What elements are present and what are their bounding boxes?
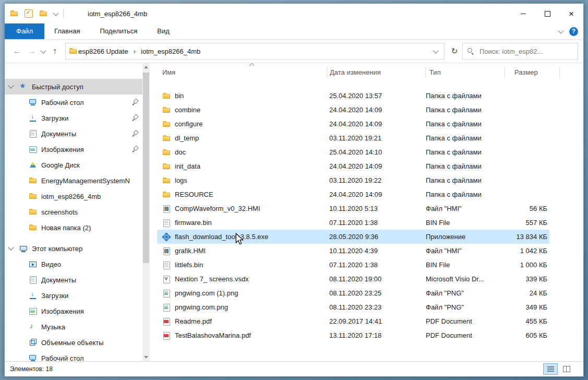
ribbon-right-controls	[559, 23, 583, 39]
file-row[interactable]: CompWaveform_v0_32.HMI 10.11.2020 5:13 Ф…	[157, 201, 549, 216]
file-row[interactable]: configure 24.04.2020 14:09 Папка с файла…	[157, 117, 549, 131]
computer-icon	[19, 244, 28, 253]
file-row[interactable]: dl_temp 03.11.2020 19:21 Папка с файлами	[157, 131, 549, 145]
music-icon	[29, 323, 37, 331]
file-row[interactable]: grafik.HMI 10.11.2020 4:39 Файл "HMI" 1 …	[157, 244, 549, 258]
scroll-down-icon[interactable]	[144, 356, 148, 359]
sidebar-item[interactable]: Видео	[5, 256, 150, 272]
details-view-button[interactable]	[543, 363, 558, 375]
sidebar-item[interactable]: Этот компьютер	[5, 241, 150, 256]
breadcrumb-separator-icon: ›	[129, 47, 140, 55]
column-header-size[interactable]: Размер	[505, 67, 560, 78]
sidebar-item[interactable]: Рабочий стол	[5, 350, 150, 361]
hmi-icon	[162, 247, 171, 255]
folder-icon	[162, 92, 171, 100]
ribbon-tab[interactable]: Главная	[44, 23, 90, 39]
recent-locations-button[interactable]	[39, 44, 47, 58]
explorer-app-icon[interactable]	[10, 9, 18, 18]
search-box[interactable]	[462, 43, 578, 60]
file-row[interactable]: pngwing.com.png 08.11.2020 23:23 Файл "P…	[157, 300, 549, 314]
file-row[interactable]: Nextion 7_ screens.vsdx 08.11.2020 19:00…	[157, 272, 549, 286]
file-row[interactable]: logs 03.11.2020 19:22 Папка с файлами	[157, 173, 549, 187]
sidebar-item[interactable]: Загрузки	[5, 288, 150, 303]
titlebar-divider	[63, 9, 64, 18]
desktop-background: iotm_esp8266_4mb × ФайлГлавнаяПоделиться…	[0, 0, 588, 380]
sidebar-item[interactable]: Рабочий стол	[5, 94, 150, 110]
file-row[interactable]: RESOURCE 24.04.2020 14:09 Папка с файлам…	[157, 187, 549, 201]
sidebar-item[interactable]: EnergyManagementSystemN	[5, 173, 150, 188]
folder-icon	[162, 120, 171, 128]
sidebar-item[interactable]: Быстрый доступ	[5, 79, 150, 94]
ribbon-tab[interactable]: Вид	[147, 23, 179, 39]
scroll-up-icon[interactable]	[144, 66, 148, 68]
ribbon-collapse-chevron-icon[interactable]	[558, 28, 563, 33]
forward-button[interactable]: →	[25, 44, 39, 58]
navigation-pane: Быстрый доступ Рабочий стол Загрузки	[5, 63, 150, 361]
thumbnails-view-icon	[563, 366, 570, 372]
search-input[interactable]	[478, 47, 573, 56]
maximize-button[interactable]	[535, 4, 559, 23]
folder-icon	[162, 162, 171, 171]
file-row[interactable]: littlefs.bin 07.11.2020 1:38 BIN File 1 …	[157, 258, 549, 272]
close-icon: ×	[569, 9, 574, 18]
file-row[interactable]: pngwing.com (1).png 08.11.2020 23:25 Фай…	[157, 286, 549, 300]
sidebar-item[interactable]: Изображения	[5, 141, 150, 157]
column-header-date[interactable]: Дата изменения	[327, 67, 426, 78]
png-icon	[162, 303, 171, 312]
qat-new-folder-icon[interactable]	[39, 9, 47, 18]
ribbon-tab[interactable]: Файл	[5, 23, 44, 39]
sidebar-items: Быстрый доступ Рабочий стол Загрузки	[5, 63, 150, 361]
main-content: Быстрый доступ Рабочий стол Загрузки	[5, 63, 583, 361]
address-history-chevron-icon[interactable]	[433, 48, 438, 53]
sidebar-scrollbar[interactable]	[142, 63, 150, 361]
ribbon-tab-row: ФайлГлавнаяПоделитьсяВид	[5, 23, 583, 40]
file-row[interactable]: flash_download_tool_3.8.5.exe 28.05.2020…	[157, 230, 549, 244]
file-row[interactable]: combine 24.04.2020 14:09 Папка с файлами	[157, 103, 549, 117]
hmi-icon	[162, 205, 171, 213]
pics-icon	[29, 307, 37, 315]
video-icon	[29, 260, 37, 268]
expand-chevron-icon[interactable]	[8, 82, 14, 88]
ribbon-tab[interactable]: Поделиться	[90, 23, 147, 39]
qat-properties-icon[interactable]	[25, 9, 33, 18]
sidebar-item[interactable]: Объемные объекты	[5, 335, 150, 350]
sidebar-item[interactable]: screenshots	[5, 204, 150, 220]
sidebar-item[interactable]: Google Диск	[5, 157, 150, 173]
sidebar-item[interactable]: Музыка	[5, 319, 150, 335]
pdf-icon	[162, 331, 171, 340]
column-header-type[interactable]: Тип	[426, 67, 505, 78]
expand-chevron-icon[interactable]	[8, 244, 14, 250]
sidebar-item[interactable]: Новая папка (2)	[5, 220, 150, 235]
file-row[interactable]: init_data 24.04.2020 14:09 Папка с файла…	[157, 159, 549, 173]
up-button[interactable]: ↑	[47, 44, 62, 58]
close-button[interactable]: ×	[559, 4, 583, 23]
folder-icon	[29, 192, 37, 200]
maximize-icon	[545, 11, 550, 17]
address-bar[interactable]: esp8266 Update › iotm_esp8266_4mb ›	[65, 43, 445, 60]
sidebar-item[interactable]: Загрузки	[5, 110, 150, 126]
file-row[interactable]: Readme.pdf 22.09.2017 14:41 PDF Document…	[157, 314, 549, 328]
file-row[interactable]: doc 25.04.2020 14:10 Папка с файлами	[157, 145, 549, 159]
minimize-button[interactable]	[511, 4, 535, 23]
sidebar-item[interactable]: Документы	[5, 272, 150, 288]
qat-customize-chevron-icon[interactable]	[53, 10, 58, 16]
scrollbar-thumb[interactable]	[143, 73, 149, 263]
file-row[interactable]: firmware.bin 07.11.2020 1:38 BIN File 55…	[157, 216, 549, 230]
sidebar-item[interactable]: Документы	[5, 126, 150, 141]
sidebar-item[interactable]: iotm_esp8266_4mb	[5, 188, 150, 204]
help-icon[interactable]	[569, 27, 578, 36]
back-button[interactable]: ←	[10, 44, 25, 58]
file-row[interactable]: TestBalashovaMarina.pdf 13.11.2020 17:18…	[157, 328, 549, 342]
breadcrumb-item[interactable]: iotm_esp8266_4mb ›	[140, 48, 201, 55]
thumbnails-view-button[interactable]	[559, 363, 574, 375]
breadcrumb-item[interactable]: esp8266 Update ›	[77, 47, 140, 55]
sidebar-item[interactable]: Изображения	[5, 303, 150, 319]
file-row[interactable]: bin 25.04.2020 13:57 Папка с файлами	[157, 89, 549, 103]
title-bar[interactable]: iotm_esp8266_4mb ×	[5, 4, 583, 23]
png-icon	[162, 289, 171, 298]
refresh-button[interactable]: ↻	[447, 43, 462, 59]
pin-icon	[132, 99, 138, 105]
star-icon	[19, 82, 28, 91]
column-header-name[interactable]: Имя	[162, 67, 327, 78]
folder-icon	[29, 208, 37, 216]
